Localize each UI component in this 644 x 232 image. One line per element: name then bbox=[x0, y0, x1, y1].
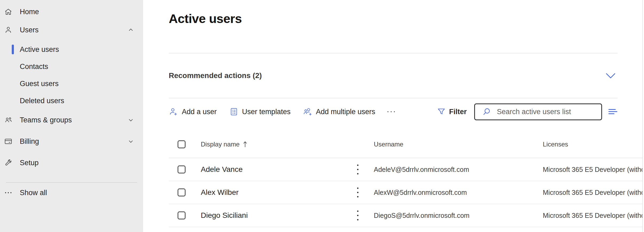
sidebar-item-guest-users[interactable]: Guest users bbox=[0, 75, 143, 92]
m365-admin-active-users-page: Home Users Active users Contacts bbox=[0, 0, 644, 232]
user-username: AlexW@5drrlv.onmicrosoft.com bbox=[374, 189, 467, 196]
sidebar-item-label: Guest users bbox=[20, 80, 59, 88]
sidebar-item-label: Setup bbox=[20, 159, 39, 167]
toolbar: Add a user User templates bbox=[169, 98, 618, 125]
sidebar-item-label: Contacts bbox=[20, 63, 48, 71]
sidebar-item-setup[interactable]: Setup bbox=[0, 154, 143, 171]
user-licenses: Microsoft 365 E5 Developer (withou bbox=[543, 166, 642, 173]
sidebar-item-active-users[interactable]: Active users bbox=[0, 41, 143, 58]
table-header-row: Display name Username Licenses bbox=[169, 131, 642, 158]
person-icon bbox=[4, 26, 13, 34]
toolbar-button-label: Add multiple users bbox=[316, 108, 375, 116]
add-user-icon bbox=[169, 107, 178, 117]
more-actions-button[interactable] bbox=[386, 109, 396, 115]
column-header-licenses[interactable]: Licenses bbox=[543, 141, 568, 148]
sort-ascending-arrow-icon bbox=[242, 141, 248, 148]
selected-indicator bbox=[12, 45, 14, 54]
user-display-name[interactable]: Diego Siciliani bbox=[201, 211, 248, 220]
row-checkbox[interactable] bbox=[178, 211, 186, 219]
user-licenses: Microsoft 365 E5 Developer (withou bbox=[543, 189, 642, 196]
select-all-checkbox[interactable] bbox=[178, 140, 186, 148]
sidebar-item-label: Home bbox=[20, 8, 39, 16]
sidebar: Home Users Active users Contacts bbox=[0, 0, 143, 232]
add-a-user-button[interactable]: Add a user bbox=[169, 107, 217, 117]
chevron-down-icon bbox=[127, 117, 134, 123]
add-multiple-users-button[interactable]: Add multiple users bbox=[303, 107, 375, 117]
add-multiple-users-icon bbox=[303, 107, 312, 117]
ellipsis-icon bbox=[4, 188, 13, 197]
table-row: Alex Wilber AlexW@5drrlv.onmicrosoft.com… bbox=[169, 181, 642, 204]
user-display-name[interactable]: Alex Wilber bbox=[201, 188, 239, 197]
column-header-label: Display name bbox=[201, 141, 239, 148]
scrollbar-track-edge bbox=[642, 0, 643, 232]
table-row: Adele Vance AdeleV@5drrlv.onmicrosoft.co… bbox=[169, 158, 642, 181]
active-users-table: Display name Username Licenses Adele Van… bbox=[169, 131, 642, 227]
people-icon bbox=[4, 116, 13, 124]
expand-chevron-down-icon[interactable] bbox=[605, 71, 616, 80]
chevron-down-icon bbox=[127, 138, 134, 145]
recommended-actions-section: Recommended actions (2) bbox=[169, 53, 618, 98]
sidebar-item-home[interactable]: Home bbox=[0, 3, 143, 20]
table-row: Diego Siciliani DiegoS@5drrlv.onmicrosof… bbox=[169, 204, 642, 227]
filter-search-group: Filter bbox=[437, 103, 618, 120]
sidebar-item-label: Active users bbox=[20, 45, 59, 54]
user-licenses: Microsoft 365 E5 Developer (withou bbox=[543, 212, 642, 219]
search-input[interactable] bbox=[474, 103, 602, 120]
home-icon bbox=[4, 7, 13, 16]
sidebar-item-teams-groups[interactable]: Teams & groups bbox=[0, 111, 143, 129]
column-header-display-name[interactable]: Display name bbox=[201, 141, 248, 148]
row-checkbox[interactable] bbox=[178, 188, 186, 196]
filter-label: Filter bbox=[449, 108, 467, 116]
main-content: Active users Recommended actions (2) bbox=[143, 0, 644, 232]
sort-lines-icon[interactable] bbox=[608, 108, 618, 115]
row-checkbox[interactable] bbox=[178, 165, 186, 173]
sidebar-item-label: Deleted users bbox=[20, 97, 64, 105]
sidebar-item-label: Users bbox=[20, 26, 39, 34]
sidebar-item-deleted-users[interactable]: Deleted users bbox=[0, 92, 143, 109]
page-title: Active users bbox=[169, 11, 242, 26]
user-templates-button[interactable]: User templates bbox=[229, 107, 291, 117]
search-box bbox=[474, 103, 602, 120]
user-templates-icon bbox=[229, 107, 239, 117]
sidebar-item-label: Show all bbox=[20, 189, 47, 197]
recommended-actions-heading: Recommended actions (2) bbox=[169, 71, 262, 80]
filter-funnel-icon bbox=[437, 107, 446, 117]
row-more-kebab-icon[interactable] bbox=[354, 185, 362, 200]
sidebar-item-users[interactable]: Users bbox=[0, 21, 143, 38]
user-username: DiegoS@5drrlv.onmicrosoft.com bbox=[374, 212, 469, 219]
user-username: AdeleV@5drrlv.onmicrosoft.com bbox=[374, 166, 469, 173]
row-more-kebab-icon[interactable] bbox=[354, 208, 362, 223]
wrench-icon bbox=[4, 158, 13, 167]
sidebar-item-label: Billing bbox=[20, 137, 39, 146]
chevron-up-icon bbox=[127, 26, 134, 33]
more-ellipsis-icon bbox=[386, 109, 396, 115]
sidebar-item-label: Teams & groups bbox=[20, 116, 72, 124]
sidebar-item-billing[interactable]: Billing bbox=[0, 133, 143, 150]
row-more-kebab-icon[interactable] bbox=[354, 162, 362, 177]
filter-button[interactable]: Filter bbox=[437, 107, 467, 117]
column-header-username[interactable]: Username bbox=[374, 141, 403, 148]
sidebar-item-contacts[interactable]: Contacts bbox=[0, 58, 143, 75]
sidebar-item-show-all[interactable]: Show all bbox=[0, 184, 143, 201]
toolbar-button-label: User templates bbox=[242, 108, 291, 116]
credit-card-icon bbox=[4, 137, 13, 146]
toolbar-button-label: Add a user bbox=[182, 108, 217, 116]
user-display-name[interactable]: Adele Vance bbox=[201, 165, 243, 174]
sidebar-divider bbox=[6, 182, 137, 183]
